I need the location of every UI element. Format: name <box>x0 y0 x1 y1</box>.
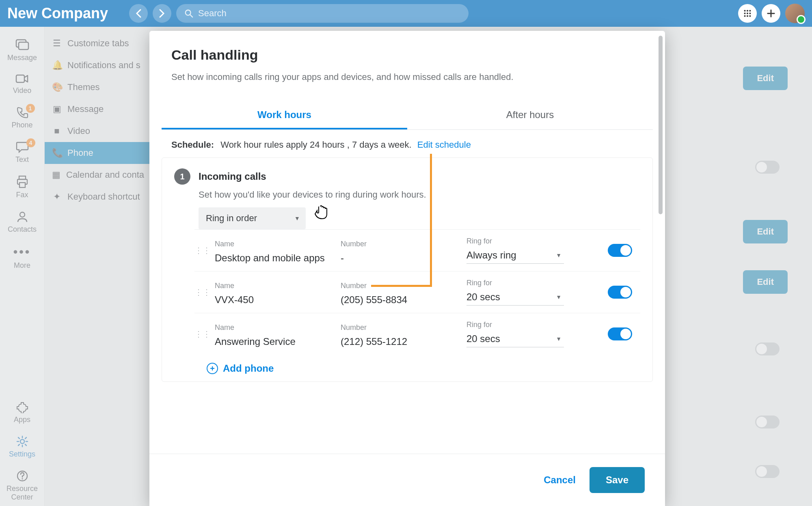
svg-point-3 <box>747 10 748 12</box>
svg-line-1 <box>190 15 192 17</box>
col-number: Number <box>341 323 466 332</box>
search-icon <box>184 9 193 18</box>
cursor-icon <box>313 202 329 220</box>
plus-circle-icon: + <box>207 363 218 374</box>
step-title: Incoming calls <box>199 171 266 182</box>
user-avatar[interactable] <box>785 4 805 23</box>
top-bar: New Company <box>0 0 812 27</box>
tab-after-hours[interactable]: After hours <box>407 102 653 129</box>
svg-point-7 <box>749 13 751 14</box>
save-button[interactable]: Save <box>590 467 645 493</box>
edit-schedule-link[interactable]: Edit schedule <box>417 140 471 150</box>
nav-back-button[interactable] <box>129 4 148 23</box>
chevron-down-icon: ▼ <box>556 252 561 258</box>
drag-handle-icon[interactable]: ⋮⋮ <box>194 287 215 297</box>
chevron-down-icon: ▼ <box>556 336 561 342</box>
device-row-2: ⋮⋮ NameAnswering Service Number(212) 555… <box>194 313 640 355</box>
device-toggle[interactable] <box>608 244 632 257</box>
ringfor-select[interactable]: 20 secs▼ <box>466 291 564 306</box>
plus-icon <box>767 9 775 18</box>
call-handling-modal: Call handling Set how incoming calls rin… <box>149 31 665 506</box>
svg-point-2 <box>744 10 746 12</box>
svg-point-6 <box>747 13 748 14</box>
device-name: VVX-450 <box>215 294 341 306</box>
add-phone-button[interactable]: + Add phone <box>207 363 640 374</box>
device-name: Answering Service <box>215 336 341 347</box>
nav-forward-button[interactable] <box>153 4 171 23</box>
cancel-button[interactable]: Cancel <box>544 467 576 493</box>
ringfor-select[interactable]: 20 secs▼ <box>466 333 564 347</box>
dialpad-icon <box>743 9 752 18</box>
modal-description: Set how incoming calls ring your apps an… <box>171 72 643 82</box>
search-box[interactable] <box>176 4 469 23</box>
schedule-row: Schedule: Work hour rules apply 24 hours… <box>149 130 665 157</box>
col-ringfor: Ring for <box>466 321 564 329</box>
ringfor-select[interactable]: Always ring▼ <box>466 250 564 264</box>
chevron-left-icon <box>136 9 141 18</box>
modal-title: Call handling <box>171 47 643 63</box>
svg-point-8 <box>744 15 746 17</box>
drag-handle-icon[interactable]: ⋮⋮ <box>194 245 215 255</box>
modal-tabs: Work hours After hours <box>162 102 653 130</box>
svg-point-4 <box>749 10 751 12</box>
col-ringfor: Ring for <box>466 237 564 245</box>
device-number: (205) 555-8834 <box>341 294 466 306</box>
tab-work-hours[interactable]: Work hours <box>162 102 407 129</box>
col-name: Name <box>215 240 341 248</box>
step-number: 1 <box>174 168 190 185</box>
svg-point-9 <box>747 15 748 17</box>
chevron-down-icon: ▼ <box>294 215 300 222</box>
new-action-button[interactable] <box>762 4 780 23</box>
device-toggle[interactable] <box>608 327 632 340</box>
incoming-calls-panel: 1 Incoming calls Set how you'd like your… <box>162 157 653 382</box>
col-name: Name <box>215 282 341 290</box>
svg-point-5 <box>744 13 746 14</box>
device-toggle[interactable] <box>608 286 632 299</box>
search-input[interactable] <box>198 8 460 19</box>
drag-handle-icon[interactable]: ⋮⋮ <box>194 329 215 339</box>
dialpad-button[interactable] <box>738 4 757 23</box>
ring-mode-select[interactable]: Ring in order ▼ <box>199 207 306 229</box>
svg-point-10 <box>749 15 751 17</box>
modal-scrollbar[interactable] <box>659 36 663 214</box>
brand-title: New Company <box>7 5 108 22</box>
schedule-label: Schedule: <box>171 140 214 150</box>
ring-mode-value: Ring in order <box>206 213 257 223</box>
device-number: (212) 555-1212 <box>341 336 466 347</box>
modal-footer: Cancel Save <box>149 454 665 506</box>
col-name: Name <box>215 323 341 332</box>
chevron-down-icon: ▼ <box>556 294 561 300</box>
schedule-text: Work hour rules apply 24 hours , 7 days … <box>220 140 411 150</box>
chevron-right-icon <box>159 9 165 18</box>
col-ringfor: Ring for <box>466 279 564 287</box>
annotation-highlight <box>371 154 432 287</box>
device-name: Desktop and mobile apps <box>215 252 341 264</box>
